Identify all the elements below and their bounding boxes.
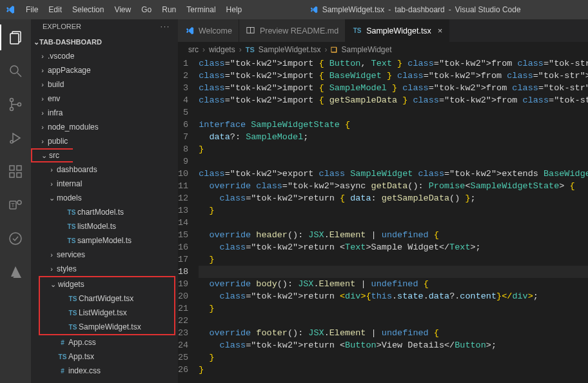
code-line[interactable]: class="tok-kw2">return <Button>View Deta… — [199, 339, 588, 351]
tree-item[interactable]: #App.css — [31, 335, 178, 349]
code-line[interactable]: class="tok-kw2">return { data: getSample… — [199, 192, 588, 204]
menu-edit[interactable]: Edit — [43, 5, 67, 14]
tree-item[interactable]: TSChartWidget.tsx — [40, 291, 174, 306]
explorer-icon[interactable] — [0, 25, 31, 50]
menu-help[interactable]: Help — [221, 5, 248, 14]
code-line[interactable] — [199, 217, 588, 229]
tree-item[interactable]: #index.css — [31, 364, 178, 378]
breadcrumb[interactable]: src › widgets › TS SampleWidget.tsx › ❏ … — [178, 42, 588, 57]
tree-item[interactable]: ›infra — [31, 106, 178, 120]
code-line[interactable] — [199, 106, 588, 119]
tree-label: appPackage — [48, 66, 91, 75]
tree-item[interactable]: ›dashboards — [31, 162, 178, 177]
project-title[interactable]: ⌄ TAB-DASHBOARD — [31, 35, 178, 49]
code-line[interactable]: } — [199, 302, 588, 315]
code-line[interactable]: class="tok-kw2">return <Text>Sample Widg… — [199, 241, 588, 253]
menu-go[interactable]: Go — [136, 5, 157, 14]
chevron-right-icon: › — [39, 109, 46, 117]
ts-icon: TS — [67, 309, 79, 317]
search-icon[interactable] — [0, 58, 31, 84]
tree-item[interactable]: TSApp.tsx — [31, 349, 178, 364]
code-line[interactable]: data?: SampleModel; — [199, 131, 588, 143]
tree-label: infra — [48, 108, 63, 117]
code-line[interactable]: class="tok-kw2">export class SampleWidge… — [199, 168, 588, 180]
svg-point-4 — [10, 99, 14, 102]
chevron-right-icon: › — [48, 180, 55, 188]
azure-icon[interactable] — [0, 259, 31, 285]
teams-icon[interactable]: T — [0, 192, 31, 218]
tree-item[interactable]: ›public — [31, 134, 178, 148]
tree-item[interactable]: ›build — [31, 77, 178, 92]
tree-label: .vscode — [48, 52, 74, 61]
chevron-right-icon: › — [39, 52, 46, 60]
code-line[interactable]: class="tok-kw2">import { getSampleData }… — [199, 94, 588, 106]
tree-item[interactable]: ›env — [31, 92, 178, 106]
code-line[interactable]: } — [199, 351, 588, 364]
code-editor[interactable]: 1234567891011121314151617181920212223242… — [178, 57, 588, 383]
code-line[interactable]: override header(): JSX.Element | undefin… — [199, 229, 588, 241]
code-line[interactable]: override footer(): JSX.Element | undefin… — [199, 327, 588, 339]
run-debug-icon[interactable] — [0, 125, 31, 151]
tree-label: listModel.ts — [77, 222, 116, 231]
code-line[interactable]: class="tok-kw2">import { Button, Text } … — [199, 57, 588, 70]
tab[interactable]: Preview README.md — [239, 19, 346, 42]
chevron-down-icon: ⌄ — [48, 194, 55, 202]
code-line[interactable]: } — [199, 364, 588, 376]
extensions-icon[interactable] — [0, 159, 31, 184]
tree-item[interactable]: ›.vscode — [31, 49, 178, 63]
code-line[interactable]: } — [199, 143, 588, 155]
code-line[interactable]: } — [199, 204, 588, 217]
svg-point-2 — [10, 66, 18, 74]
editor: WelcomePreview README.mdTSSampleWidget.t… — [178, 19, 588, 383]
tree-label: models — [57, 193, 82, 202]
code-line[interactable]: class="tok-kw2">import { BaseWidget } cl… — [199, 70, 588, 82]
tree-item[interactable]: TSSampleWidget.tsx — [40, 320, 174, 334]
tab[interactable]: Welcome — [178, 19, 239, 42]
tree-item[interactable]: ⌄models — [31, 191, 178, 205]
chevron-right-icon: › — [202, 45, 205, 54]
chevron-right-icon: › — [324, 45, 327, 54]
tree-label: styles — [57, 264, 77, 273]
tab[interactable]: TSSampleWidget.tsx× — [346, 19, 449, 42]
chevron-right-icon: › — [48, 265, 55, 273]
tree-item[interactable]: TSlistModel.ts — [31, 219, 178, 233]
tree-item[interactable]: ›appPackage — [31, 63, 178, 77]
sidebar: EXPLORER ··· ⌄ TAB-DASHBOARD ›.vscode›ap… — [31, 19, 178, 383]
tree-item[interactable]: ›node_modules — [31, 120, 178, 134]
code-line[interactable]: class="tok-kw2">import { SampleModel } c… — [199, 82, 588, 94]
menu-selection[interactable]: Selection — [67, 5, 109, 14]
close-icon[interactable]: × — [438, 26, 443, 35]
testing-icon[interactable] — [0, 226, 31, 251]
tree-item[interactable]: ›internal — [31, 177, 178, 191]
code-line[interactable]: override body(): JSX.Element | undefined… — [199, 278, 588, 290]
svg-point-8 — [10, 141, 13, 143]
code-line[interactable]: } — [199, 253, 588, 266]
svg-point-6 — [18, 103, 21, 106]
tree-label: node_modules — [48, 123, 99, 132]
tree-item[interactable]: TSchartModel.ts — [31, 205, 178, 219]
menu-view[interactable]: View — [109, 5, 136, 14]
code-line[interactable]: interface SampleWidgetState { — [199, 119, 588, 131]
code-content[interactable]: class="tok-kw2">import { Button, Text } … — [199, 57, 588, 383]
menu-file[interactable]: File — [21, 5, 43, 14]
code-line[interactable] — [199, 315, 588, 327]
more-icon[interactable]: ··· — [161, 23, 170, 30]
menu-terminal[interactable]: Terminal — [181, 5, 220, 14]
tree-item[interactable]: ⌄src — [31, 148, 73, 162]
code-line[interactable] — [199, 155, 588, 168]
tree-item[interactable]: ⌄widgets — [40, 277, 174, 291]
tree-item[interactable]: TSListWidget.tsx — [40, 306, 174, 320]
code-line[interactable]: class="tok-kw2">return <div>{this.state.… — [199, 290, 588, 302]
chevron-right-icon: › — [39, 66, 46, 74]
tree-item[interactable]: ›styles — [31, 262, 178, 276]
menu-bar: FileEditSelectionViewGoRunTerminalHelp — [21, 5, 247, 14]
source-control-icon[interactable] — [0, 92, 31, 117]
code-line[interactable] — [199, 266, 588, 278]
menu-run[interactable]: Run — [157, 5, 181, 14]
tree-label: dashboards — [57, 165, 97, 174]
tree-label: App.css — [68, 338, 96, 347]
tree-item[interactable]: ›services — [31, 248, 178, 262]
code-line[interactable]: override class="tok-kw2">async getData()… — [199, 180, 588, 192]
tree-item[interactable]: TSsampleModel.ts — [31, 233, 178, 248]
css-icon: # — [57, 368, 68, 375]
